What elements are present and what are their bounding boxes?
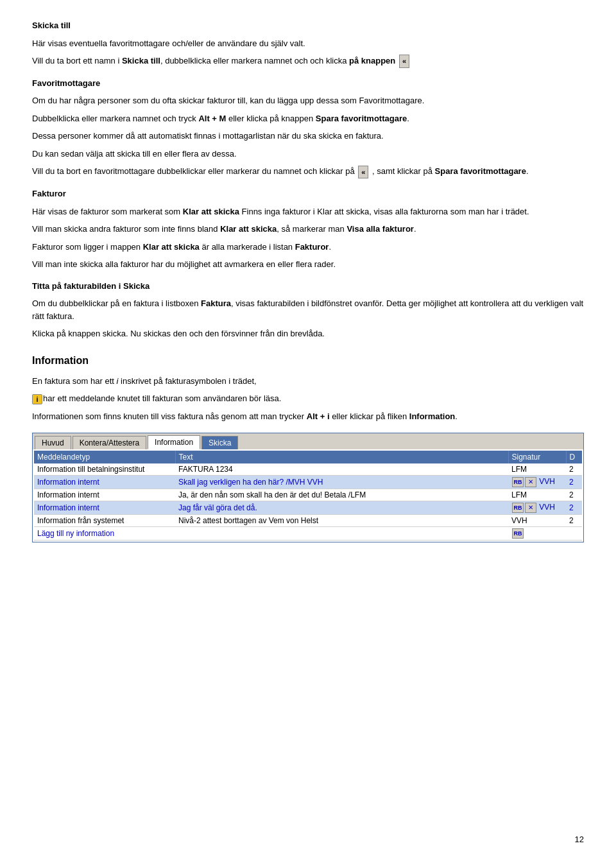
cell-d: 2 bbox=[566, 476, 582, 489]
info-icon: i bbox=[32, 394, 42, 404]
x-button[interactable]: ✕ bbox=[525, 503, 536, 513]
table-footer-row: Lägg till ny information RB bbox=[34, 527, 582, 541]
back-button-fav[interactable]: « bbox=[358, 166, 368, 179]
information-para3: Informationen som finns knuten till viss… bbox=[32, 410, 584, 423]
tab-kontera[interactable]: Kontera/Attestera bbox=[73, 436, 146, 449]
cell-signatur: LFM bbox=[508, 463, 566, 476]
favoritmottagare-heading: Favoritmottagare bbox=[32, 77, 584, 90]
fakturor-para4: Vill man inte skicka alla fakturor har d… bbox=[32, 258, 584, 271]
cell-meddelandetyp: Information internt bbox=[34, 489, 175, 501]
table-row: Information interntJag får väl göra det … bbox=[34, 501, 582, 515]
titta-para1: Om du dubbelklickar på en faktura i list… bbox=[32, 297, 584, 322]
fav-para3: Dessa personer kommer då att automatiskt… bbox=[32, 130, 584, 143]
cell-signatur: VVH bbox=[508, 515, 566, 527]
cell-meddelandetyp: Information internt bbox=[34, 501, 175, 515]
fav-para5: Vill du ta bort en favoritmottagare dubb… bbox=[32, 165, 584, 178]
tab-bar: Huvud Kontera/Attestera Information Skic… bbox=[32, 433, 584, 449]
col-header-text: Text bbox=[175, 451, 508, 463]
fav-para2: Dubbelklicka eller markera namnet och tr… bbox=[32, 112, 584, 125]
tab-information[interactable]: Information bbox=[148, 435, 200, 449]
information-heading: Information bbox=[32, 353, 584, 368]
titta-heading: Titta på fakturabilden i Skicka bbox=[32, 280, 584, 293]
cell-d: 2 bbox=[566, 501, 582, 515]
col-header-signatur: Signatur bbox=[508, 451, 566, 463]
cell-d: 2 bbox=[566, 489, 582, 501]
add-info-rb-cell: RB bbox=[508, 527, 582, 541]
cell-signatur: RB✕ VVH bbox=[508, 501, 566, 515]
skicka-till-para1: Här visas eventuella favoritmottagare oc… bbox=[32, 37, 584, 50]
cell-text: Jag får väl göra det då. bbox=[175, 501, 508, 515]
cell-text: Ja, är den nån som skall ha den är det d… bbox=[175, 489, 508, 501]
skicka-till-section: Skicka till Här visas eventuella favorit… bbox=[32, 19, 584, 68]
table-row: Information interntSkall jag verkligen h… bbox=[34, 476, 582, 489]
fav-para4: Du kan sedan välja att skicka till en el… bbox=[32, 148, 584, 160]
fav-para1: Om du har några personer som du ofta ski… bbox=[32, 94, 584, 107]
table-header-row: Meddelandetyp Text Signatur D bbox=[34, 451, 582, 463]
cell-meddelandetyp: Information till betalningsinstitut bbox=[34, 463, 175, 476]
cell-meddelandetyp: Information från systemet bbox=[34, 515, 175, 527]
favoritmottagare-section: Favoritmottagare Om du har några persone… bbox=[32, 77, 584, 178]
cell-signatur: LFM bbox=[508, 489, 566, 501]
cell-d: 2 bbox=[566, 463, 582, 476]
skicka-till-heading: Skicka till bbox=[32, 19, 584, 32]
rb-button[interactable]: RB bbox=[512, 503, 524, 513]
cell-meddelandetyp: Information internt bbox=[34, 476, 175, 489]
col-header-meddelandetyp: Meddelandetyp bbox=[34, 451, 175, 463]
table-container: Meddelandetyp Text Signatur D Informatio… bbox=[32, 449, 584, 542]
table-row: Information från systemetNivå-2 attest b… bbox=[34, 515, 582, 527]
fakturor-para3: Fakturor som ligger i mappen Klar att sk… bbox=[32, 241, 584, 254]
fakturor-para2: Vill man skicka andra fakturor som inte … bbox=[32, 223, 584, 236]
fakturor-para1: Här visas de fakturor som markerat som K… bbox=[32, 205, 584, 218]
information-section: Information En faktura som har ett i ins… bbox=[32, 353, 584, 423]
add-info-label: Lägg till ny information bbox=[34, 527, 508, 541]
information-para1: En faktura som har ett i inskrivet på fa… bbox=[32, 375, 584, 388]
table-row: Information interntJa, är den nån som sk… bbox=[34, 489, 582, 501]
cell-text: FAKTURA 1234 bbox=[175, 463, 508, 476]
tab-huvud[interactable]: Huvud bbox=[35, 436, 71, 449]
cell-text: Skall jag verkligen ha den här? /MVH VVH bbox=[175, 476, 508, 489]
x-button[interactable]: ✕ bbox=[525, 477, 536, 487]
skicka-till-para2: Vill du ta bort ett namn i Skicka till, … bbox=[32, 55, 584, 68]
back-button-inline[interactable]: « bbox=[399, 55, 409, 68]
cell-signatur: RB✕ VVH bbox=[508, 476, 566, 489]
info-table: Meddelandetyp Text Signatur D Informatio… bbox=[34, 451, 582, 541]
titta-section: Titta på fakturabilden i Skicka Om du du… bbox=[32, 280, 584, 340]
fakturor-section: Fakturor Här visas de fakturor som marke… bbox=[32, 187, 584, 271]
rb-button[interactable]: RB bbox=[512, 477, 524, 487]
information-para2: ihar ett meddelande knutet till fakturan… bbox=[32, 392, 584, 405]
titta-para2: Klicka på knappen skicka. Nu skickas den… bbox=[32, 327, 584, 340]
cell-d: 2 bbox=[566, 515, 582, 527]
page-number: 12 bbox=[575, 835, 584, 844]
fakturor-heading: Fakturor bbox=[32, 187, 584, 200]
rb-button-add[interactable]: RB bbox=[512, 528, 524, 539]
tab-skicka[interactable]: Skicka bbox=[201, 436, 238, 449]
col-header-d: D bbox=[566, 451, 582, 463]
cell-text: Nivå-2 attest borttagen av Vem von Helst bbox=[175, 515, 508, 527]
table-row: Information till betalningsinstitutFAKTU… bbox=[34, 463, 582, 476]
